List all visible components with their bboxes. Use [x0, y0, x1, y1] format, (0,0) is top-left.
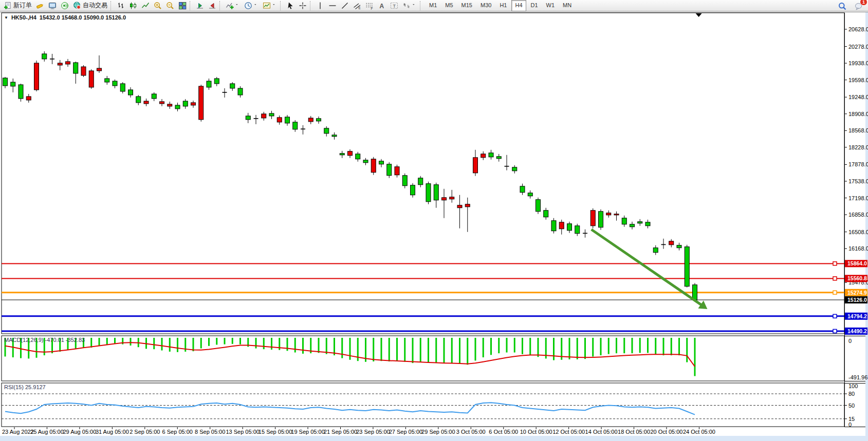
horizontal-line-button[interactable] — [326, 0, 339, 11]
cursor-icon — [286, 2, 294, 10]
templates-button[interactable] — [261, 0, 279, 11]
candle-body — [536, 200, 541, 212]
vline-icon — [316, 2, 324, 10]
candle-body — [489, 153, 493, 157]
text-label-button[interactable]: T — [388, 0, 400, 11]
rsi-name: RSI(15) — [4, 384, 24, 390]
zoom-out-button[interactable] — [164, 0, 176, 11]
indicators-icon — [226, 2, 234, 10]
zoomout-icon — [166, 2, 174, 10]
candle-body — [160, 102, 164, 104]
chevron-down-icon[interactable]: ▼ — [4, 15, 8, 20]
zoom-in-button[interactable] — [152, 0, 164, 11]
price-tick-label: 18568.0 — [848, 127, 868, 133]
line-handle[interactable] — [833, 291, 837, 294]
arrows-button[interactable] — [400, 0, 419, 11]
time-tick-label: 14 Oct 05:00 — [585, 429, 618, 435]
price-tick-label: 17538.0 — [848, 178, 868, 184]
candle-body — [677, 245, 681, 248]
candle-body — [120, 84, 125, 91]
time-tick-label: 6 Sep 05:00 — [162, 429, 193, 435]
candle-body — [324, 128, 329, 133]
crosshair-button[interactable] — [297, 0, 309, 11]
timeframe-h4-button[interactable]: H4 — [511, 0, 526, 11]
time-tick-label: 13 Sep 05:00 — [226, 429, 259, 435]
auto-scroll-button[interactable] — [194, 0, 206, 11]
candle-body — [473, 158, 478, 173]
timeframe-h1-button[interactable]: H1 — [496, 0, 510, 11]
candle-body — [168, 104, 172, 106]
timeframe-m5-button[interactable]: M5 — [441, 0, 456, 11]
indicators-button[interactable] — [224, 0, 242, 11]
profiles-button[interactable] — [46, 0, 59, 11]
equidistant-channel-button[interactable]: E — [351, 0, 363, 11]
terminal-window: { "toolbar": { "buttons": [ {"name":"new… — [0, 0, 868, 441]
candle-body — [606, 213, 611, 215]
time-tick-label: 18 Oct 05:00 — [618, 429, 650, 435]
candle-body — [42, 54, 47, 59]
fibonacci-button[interactable]: F — [363, 0, 376, 11]
symbol-period-label: HK50-,H4 — [11, 14, 36, 21]
timeframe-mn-button[interactable]: MN — [559, 0, 575, 11]
clock-icon — [244, 2, 252, 10]
time-tick-label: 8 Sep 05:00 — [195, 429, 225, 435]
chart-shift-button[interactable] — [206, 0, 218, 11]
auto-trading-button[interactable]: 自动交易 — [71, 0, 109, 11]
caret-icon — [412, 3, 417, 8]
candle-body — [551, 221, 556, 231]
timeframe-w1-button[interactable]: W1 — [543, 0, 559, 11]
candle-body — [395, 167, 399, 175]
toolbar-separator — [190, 1, 193, 10]
toolbar-separator — [280, 1, 283, 10]
autoscroll-icon — [196, 2, 204, 10]
timeframe-m1-button[interactable]: M1 — [426, 0, 440, 11]
textA-icon: A — [378, 2, 386, 10]
line-chart-button[interactable] — [139, 0, 152, 11]
macd-name: MACD(12,26,9) — [4, 337, 43, 343]
candle-body — [191, 103, 196, 105]
candle-body — [442, 198, 447, 200]
candle-body — [128, 90, 133, 95]
price-tag-15126.0: 15126.0 — [845, 296, 867, 303]
styles-button[interactable] — [34, 0, 46, 11]
time-tick-label: 21 Sep 05:00 — [324, 429, 357, 435]
rsi-pane-label: RSI(15) 25.9127 — [4, 384, 46, 390]
svg-text:F: F — [371, 6, 373, 10]
timeframe-m15-button[interactable]: M15 — [458, 0, 476, 11]
text-button[interactable]: A — [376, 0, 388, 11]
candle-body — [528, 193, 532, 196]
timeframe-m30-button[interactable]: M30 — [477, 0, 495, 11]
line-handle[interactable] — [833, 314, 837, 318]
search-button[interactable] — [836, 1, 848, 12]
candle-body — [614, 214, 619, 215]
main-toolbar: 新订单自动交易EFAT M1M5M15M30H1H4D1W1MN 1 — [0, 0, 868, 11]
tile-windows-button[interactable] — [176, 0, 189, 11]
svg-text:T: T — [393, 4, 396, 9]
bar-chart-button[interactable] — [115, 0, 127, 11]
broadcast-button[interactable] — [59, 0, 71, 11]
periods-button[interactable] — [242, 0, 261, 11]
price-tick-label: 19598.0 — [848, 77, 868, 83]
new-order-button[interactable]: 新订单 — [2, 0, 34, 11]
line-handle[interactable] — [833, 329, 837, 333]
time-tick-label: 29 Sep 05:00 — [421, 429, 455, 435]
line-handle[interactable] — [833, 262, 837, 265]
trendline-button[interactable] — [339, 0, 351, 11]
candle-chart-button[interactable] — [127, 0, 139, 11]
candle-body — [105, 79, 109, 82]
price-tick-label: 19938.0 — [848, 60, 868, 66]
timeframe-d1-button[interactable]: D1 — [527, 0, 542, 11]
time-tick-label: 25 Aug 05:00 — [30, 429, 64, 435]
candle-body — [512, 167, 517, 171]
candle-body — [89, 71, 94, 87]
vertical-line-button[interactable] — [314, 0, 326, 11]
candle-body — [136, 97, 141, 103]
notifications-button[interactable]: 1 — [853, 1, 865, 12]
broadcast-icon — [61, 2, 69, 10]
price-tick-label: 20628.0 — [848, 26, 868, 32]
line-handle[interactable] — [833, 277, 837, 280]
chart-canvas: 20628.020278.019938.019598.019248.018908… — [0, 0, 868, 441]
toolbar-separator — [219, 1, 223, 10]
shapes-icon — [402, 2, 411, 10]
cursor-button[interactable] — [284, 0, 297, 11]
